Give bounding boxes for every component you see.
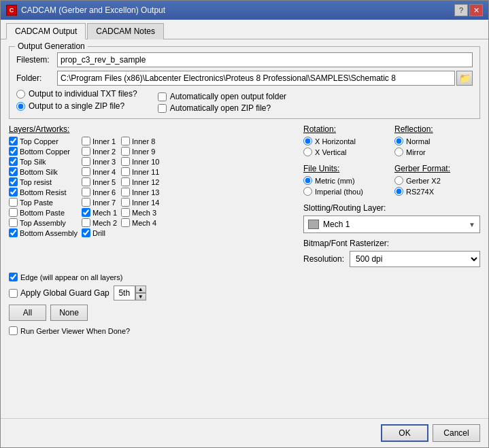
radio-normal[interactable] — [394, 137, 403, 145]
radio-rs274x[interactable] — [394, 187, 403, 196]
all-button[interactable]: All — [9, 305, 46, 321]
auto-open-zip-checkbox[interactable] — [158, 104, 167, 113]
title-bar-left: C CADCAM (Gerber and Excellon) Output — [6, 5, 165, 16]
rotation-reflection-row: Rotation: X Horizontal X Vertical Reflec… — [303, 124, 480, 158]
folder-browse-button[interactable]: 📁 — [456, 71, 473, 86]
layer-bottom-assembly[interactable]: Bottom Assembly — [9, 228, 78, 237]
layer-top-resist[interactable]: Top resist — [9, 177, 78, 186]
layer-col-2: Inner 1 Inner 2 Inner 3 Inner 4 Inner 5 … — [82, 137, 117, 237]
layer-inner8[interactable]: Inner 8 — [121, 137, 159, 145]
bitmap-font-group: Bitmap/Font Rasterizer: Resolution: 500 … — [303, 239, 480, 267]
window-title: CADCAM (Gerber and Excellon) Output — [21, 5, 165, 15]
layer-inner7[interactable]: Inner 7 — [82, 198, 117, 207]
auto-open-folder-label[interactable]: Automatically open output folder — [158, 92, 286, 101]
radio-mirror-label[interactable]: Mirror — [394, 148, 480, 156]
filestem-row: Filestem: — [16, 52, 473, 67]
layer-top-copper[interactable]: Top Copper — [9, 137, 78, 145]
radio-txt[interactable] — [16, 90, 25, 99]
layer-inner3[interactable]: Inner 3 — [82, 157, 117, 166]
auto-open-group: Automatically open output folder Automat… — [158, 89, 286, 113]
output-generation-label: Output Generation — [15, 41, 88, 51]
layer-bottom-paste[interactable]: Bottom Paste — [9, 208, 78, 217]
radio-x-vertical[interactable] — [303, 148, 312, 156]
file-units-group: File Units: Metric (mm) Imperial (thou) — [303, 164, 389, 198]
edge-layer-checkbox[interactable] — [9, 273, 18, 281]
layer-inner5[interactable]: Inner 5 — [82, 177, 117, 186]
tab-cadcam-output[interactable]: CADCAM Output — [6, 23, 86, 39]
folder-input[interactable] — [57, 71, 455, 86]
footer: OK Cancel — [1, 418, 488, 447]
layer-inner11[interactable]: Inner 11 — [121, 167, 159, 176]
guard-gap-spinner: ▲ ▼ — [114, 286, 146, 300]
radio-imperial-label[interactable]: Imperial (thou) — [303, 187, 389, 196]
edge-layer-label[interactable]: Edge (will appear on all layers) — [9, 273, 480, 281]
layer-inner12[interactable]: Inner 12 — [121, 177, 159, 186]
tab-cadcam-notes[interactable]: CADCAM Notes — [87, 23, 164, 39]
close-button[interactable]: ✕ — [469, 4, 483, 16]
layer-inner2[interactable]: Inner 2 — [82, 147, 117, 156]
layer-inner10[interactable]: Inner 10 — [121, 157, 159, 166]
layer-top-silk[interactable]: Top Silk — [9, 157, 78, 166]
layers-columns: Top Copper Bottom Copper Top Silk Bottom… — [9, 137, 297, 237]
layer-bottom-copper[interactable]: Bottom Copper — [9, 147, 78, 156]
layer-bottom-resist[interactable]: Bottom Resist — [9, 188, 78, 196]
spinner-up-button[interactable]: ▲ — [135, 286, 146, 293]
radio-gerber-x2[interactable] — [394, 176, 403, 185]
gerber-format-label: Gerber Format: — [394, 164, 480, 173]
radio-zip[interactable] — [16, 102, 25, 111]
resolution-row: Resolution: 500 dpi 1000 dpi — [303, 251, 480, 267]
layer-top-assembly[interactable]: Top Assembly — [9, 218, 78, 227]
cancel-button[interactable]: Cancel — [433, 424, 480, 442]
layer-drill[interactable]: Drill — [82, 228, 117, 237]
resolution-select[interactable]: 500 dpi 1000 dpi — [350, 251, 480, 267]
slotting-dropdown[interactable]: Mech 1 ▼ — [303, 216, 480, 233]
radio-x-horizontal-label[interactable]: X Horizontal — [303, 137, 389, 145]
radio-x-horizontal[interactable] — [303, 137, 312, 145]
radio-txt-label[interactable]: Output to individual TXT files? — [16, 89, 137, 99]
layer-inner4[interactable]: Inner 4 — [82, 167, 117, 176]
radio-normal-label[interactable]: Normal — [394, 137, 480, 145]
radio-mirror[interactable] — [394, 148, 403, 156]
title-bar: C CADCAM (Gerber and Excellon) Output ? … — [1, 1, 488, 20]
auto-open-zip-label[interactable]: Automatically open ZIP file? — [158, 103, 286, 113]
auto-open-folder-checkbox[interactable] — [158, 92, 167, 101]
reflection-label: Reflection: — [394, 124, 480, 134]
guard-gap-checkbox[interactable] — [9, 289, 18, 298]
main-window: C CADCAM (Gerber and Excellon) Output ? … — [0, 0, 489, 448]
layer-inner6[interactable]: Inner 6 — [82, 188, 117, 196]
layer-mech1[interactable]: Mech 1 — [82, 208, 117, 217]
layer-mech3[interactable]: Mech 3 — [121, 208, 159, 217]
layer-inner1[interactable]: Inner 1 — [82, 137, 117, 145]
radio-x-vertical-label[interactable]: X Vertical — [303, 148, 389, 156]
guard-gap-row: Apply Global Guard Gap ▲ ▼ — [9, 286, 480, 300]
radio-imperial[interactable] — [303, 187, 312, 196]
guard-gap-input[interactable] — [114, 286, 135, 300]
guard-gap-label[interactable]: Apply Global Guard Gap — [9, 288, 109, 298]
gerber-viewer-checkbox[interactable] — [9, 326, 18, 335]
layer-bottom-silk[interactable]: Bottom Silk — [9, 167, 78, 176]
layer-inner9[interactable]: Inner 9 — [121, 147, 159, 156]
radio-zip-label[interactable]: Output to a single ZIP file? — [16, 101, 137, 111]
layer-inner14[interactable]: Inner 14 — [121, 198, 159, 207]
content-area: Output Generation Filestem: Folder: 📁 — [1, 39, 488, 418]
filestem-input[interactable] — [57, 52, 473, 67]
ok-button[interactable]: OK — [381, 424, 428, 442]
slotting-group: Slotting/Routing Layer: Mech 1 ▼ — [303, 203, 480, 233]
folder-field: 📁 — [57, 71, 473, 86]
spinner-down-button[interactable]: ▼ — [135, 293, 146, 300]
radio-rs274x-label[interactable]: RS274X — [394, 187, 480, 196]
radio-gerber-x2-label[interactable]: Gerber X2 — [394, 176, 480, 185]
gerber-viewer-label[interactable]: Run Gerber Viewer When Done? — [9, 326, 480, 335]
gerber-format-group: Gerber Format: Gerber X2 RS274X — [394, 164, 480, 198]
radio-metric-label[interactable]: Metric (mm) — [303, 176, 389, 185]
dropdown-arrow-icon: ▼ — [469, 221, 475, 228]
layer-top-paste[interactable]: Top Paste — [9, 198, 78, 207]
help-button[interactable]: ? — [454, 4, 468, 16]
all-none-row: All None — [9, 305, 480, 321]
layer-mech4[interactable]: Mech 4 — [121, 218, 159, 227]
layer-mech2[interactable]: Mech 2 — [82, 218, 117, 227]
none-button[interactable]: None — [50, 305, 88, 321]
radio-metric[interactable] — [303, 176, 312, 185]
layer-inner13[interactable]: Inner 13 — [121, 188, 159, 196]
bottom-section: Edge (will appear on all layers) Apply G… — [9, 271, 480, 335]
